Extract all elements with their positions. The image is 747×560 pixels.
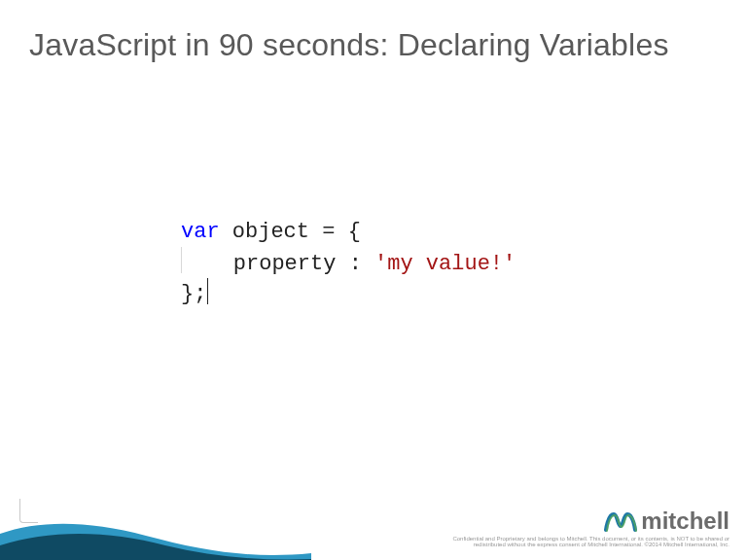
brand-name: mitchell	[641, 508, 729, 535]
footer-disclaimer: Confidential and Proprietary and belongs…	[438, 536, 729, 548]
slide-title: JavaScript in 90 seconds: Declaring Vari…	[29, 27, 718, 63]
code-indent	[182, 252, 233, 276]
code-block: var object = { property : 'my value!' };	[181, 218, 516, 309]
brand-logo-icon	[604, 508, 637, 534]
footer-wave-icon	[0, 516, 311, 560]
code-line3: };	[181, 282, 206, 306]
code-keyword: var	[181, 220, 220, 244]
code-string: 'my value!'	[374, 252, 516, 276]
code-line1: object = {	[220, 220, 361, 244]
text-cursor	[207, 278, 208, 303]
code-property: property :	[233, 252, 374, 276]
brand: mitchell	[604, 508, 729, 535]
slide: JavaScript in 90 seconds: Declaring Vari…	[0, 0, 747, 560]
slide-footer: mitchell Confidential and Proprietary an…	[0, 492, 747, 560]
